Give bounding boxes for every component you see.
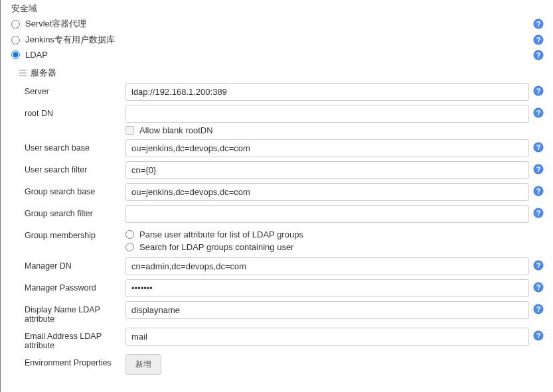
- realm-servlet-radio[interactable]: [11, 20, 20, 29]
- manager-password-input[interactable]: [125, 279, 529, 297]
- label-display-name-attr: Display Name LDAP attribute: [19, 301, 125, 324]
- help-icon[interactable]: ?: [533, 304, 544, 314]
- gm-search-label: Search for LDAP groups containing user: [139, 242, 293, 252]
- label-user-search-base: User search base: [19, 139, 125, 153]
- add-button[interactable]: 新增: [125, 354, 161, 375]
- label-email-attr: Email Address LDAP attribute: [19, 328, 125, 350]
- help-icon[interactable]: ?: [533, 330, 544, 341]
- gm-search-row[interactable]: Search for LDAP groups containing user: [125, 241, 529, 253]
- help-icon[interactable]: ?: [533, 34, 544, 45]
- group-search-base-input[interactable]: [125, 183, 529, 201]
- svg-text:?: ?: [536, 332, 541, 340]
- help-icon[interactable]: ?: [533, 142, 544, 153]
- svg-text:?: ?: [536, 20, 541, 28]
- row-root-dn: root DN ? Allow blank rootDN: [19, 105, 546, 135]
- manager-dn-input[interactable]: [125, 257, 529, 275]
- allow-blank-rootdn-row[interactable]: Allow blank rootDN: [125, 123, 529, 135]
- realm-ldap-label: LDAP: [25, 50, 48, 60]
- label-manager-dn: Manager DN: [19, 257, 125, 271]
- svg-text:?: ?: [536, 283, 541, 291]
- row-display-name-attr: Display Name LDAP attribute ?: [19, 301, 546, 324]
- help-icon[interactable]: ?: [533, 19, 544, 29]
- realm-servlet-label: Servlet容器代理: [25, 18, 86, 30]
- svg-text:?: ?: [536, 305, 541, 313]
- row-group-membership: Group membership Parse user attribute fo…: [19, 227, 546, 253]
- allow-blank-rootdn-checkbox[interactable]: [125, 126, 134, 135]
- group-search-filter-input[interactable]: [125, 205, 529, 223]
- label-user-search-filter: User search filter: [19, 161, 125, 174]
- help-icon[interactable]: ?: [533, 260, 544, 271]
- allow-blank-rootdn-label: Allow blank rootDN: [139, 125, 213, 135]
- svg-text:?: ?: [536, 165, 541, 173]
- label-root-dn: root DN: [19, 105, 125, 118]
- realm-ldap-row[interactable]: LDAP ?: [7, 48, 546, 62]
- grip-icon: [19, 70, 27, 76]
- row-manager-dn: Manager DN ?: [19, 257, 546, 275]
- row-user-search-filter: User search filter ?: [19, 161, 546, 179]
- row-group-search-base: Group search base ?: [19, 183, 546, 201]
- label-group-membership: Group membership: [19, 227, 125, 240]
- realm-jenkins-radio[interactable]: [11, 36, 20, 44]
- row-env-props: Environment Properties 新增: [19, 354, 546, 375]
- svg-text:?: ?: [536, 187, 541, 195]
- row-email-attr: Email Address LDAP attribute ?: [19, 328, 546, 350]
- server-header-title: 服务器: [31, 67, 56, 79]
- server-input[interactable]: [125, 83, 529, 101]
- gm-parse-row[interactable]: Parse user attribute for list of LDAP gr…: [125, 228, 529, 241]
- email-attr-input[interactable]: [125, 328, 529, 346]
- realm-ldap-radio[interactable]: [11, 50, 20, 59]
- user-search-base-input[interactable]: [125, 139, 529, 157]
- realm-jenkins-label: Jenkins专有用户数据库: [25, 34, 115, 46]
- help-icon[interactable]: ?: [533, 282, 544, 293]
- help-icon[interactable]: ?: [533, 107, 544, 118]
- ldap-subsection: 服务器 Server ? root DN ? Allow bl: [7, 66, 546, 375]
- svg-text:?: ?: [536, 109, 541, 117]
- help-icon[interactable]: ?: [533, 164, 544, 174]
- label-group-search-base: Group search base: [19, 183, 125, 196]
- row-user-search-base: User search base ?: [19, 139, 546, 157]
- label-env-props: Environment Properties: [19, 354, 125, 367]
- gm-parse-radio[interactable]: [125, 230, 134, 239]
- svg-text:?: ?: [536, 143, 541, 151]
- svg-text:?: ?: [536, 51, 541, 59]
- gm-search-radio[interactable]: [125, 243, 134, 251]
- gm-parse-label: Parse user attribute for list of LDAP gr…: [139, 229, 303, 239]
- root-dn-input[interactable]: [125, 105, 529, 123]
- display-name-attr-input[interactable]: [125, 301, 529, 319]
- svg-text:?: ?: [536, 87, 541, 95]
- user-search-filter-input[interactable]: [125, 161, 529, 179]
- svg-text:?: ?: [536, 209, 541, 217]
- realm-servlet-row[interactable]: Servlet容器代理 ?: [7, 16, 546, 32]
- label-group-search-filter: Group search filter: [19, 205, 125, 218]
- help-icon[interactable]: ?: [533, 50, 544, 60]
- section-title: 安全域: [7, 3, 546, 15]
- row-group-search-filter: Group search filter ?: [19, 205, 546, 223]
- help-icon[interactable]: ?: [533, 208, 544, 218]
- svg-text:?: ?: [536, 261, 541, 269]
- row-server: Server ?: [19, 83, 546, 101]
- help-icon[interactable]: ?: [533, 86, 544, 96]
- label-server: Server: [19, 83, 125, 96]
- row-manager-password: Manager Password ?: [19, 279, 546, 297]
- server-header: 服务器: [19, 66, 546, 83]
- realm-jenkins-row[interactable]: Jenkins专有用户数据库 ?: [7, 32, 546, 48]
- help-icon[interactable]: ?: [533, 186, 544, 196]
- svg-text:?: ?: [536, 36, 541, 44]
- label-manager-password: Manager Password: [19, 279, 125, 293]
